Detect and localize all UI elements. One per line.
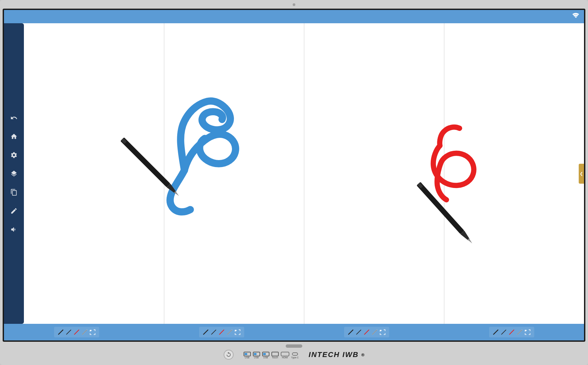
screen-container [3,9,585,342]
port-usb-2: USB [253,352,260,359]
port-touch: Touch [271,352,279,359]
pen-tool-15[interactable] [508,329,515,335]
brand-name: INTECH IWB [309,350,359,359]
svg-line-8 [58,330,63,334]
bottom-toolbar [4,324,584,340]
tool-group-3 [344,327,389,337]
svg-line-14 [211,330,216,334]
port-typec: Type-C [291,352,299,359]
content-area [4,23,584,324]
pen-tool-13[interactable] [492,329,499,335]
svg-marker-6 [468,238,473,244]
svg-rect-3 [121,138,127,144]
pen-tool-9[interactable] [347,329,354,335]
svg-line-15 [219,330,224,334]
screen [4,10,584,340]
svg-rect-29 [245,353,247,355]
svg-marker-1 [167,184,177,194]
port-usb-1: USB [244,352,251,359]
expand-tool-2[interactable] [234,329,241,335]
svg-rect-0 [120,137,171,187]
svg-line-23 [493,330,498,334]
pen-right [416,182,474,245]
top-bar [4,10,584,23]
blue-stroke-group [170,101,236,212]
tool-group-4 [489,327,534,337]
svg-rect-34 [272,352,278,356]
port-hdmi: HDMI [281,352,289,359]
svg-rect-4 [416,182,464,234]
pen-tool-14[interactable] [500,329,507,335]
port-icons: USB USB USB [244,352,299,359]
svg-line-17 [227,330,232,334]
refresh-button[interactable] [224,350,234,360]
svg-rect-7 [417,183,423,189]
svg-line-12 [82,330,87,334]
svg-rect-31 [254,353,257,355]
brand-logo-area: INTECH IWB ® [309,350,364,359]
svg-line-10 [74,330,79,334]
expand-tool-1[interactable] [89,329,96,335]
pen-tool-1[interactable] [57,329,64,335]
svg-rect-35 [292,353,298,355]
pen-tool-2[interactable] [65,329,72,335]
svg-line-19 [356,330,361,334]
pen-tool-12[interactable] [371,329,378,335]
tool-group-2 [199,327,244,337]
sidebar-item-copy[interactable] [8,186,20,198]
grid-line-2 [304,23,304,324]
svg-line-13 [203,330,208,334]
sidebar-item-settings[interactable] [8,149,20,161]
sidebar-item-home[interactable] [8,131,20,142]
svg-marker-2 [174,191,180,197]
svg-line-24 [501,330,506,334]
sidebar-item-volume[interactable] [8,224,20,235]
monitor-bezel-bottom: USB USB USB [3,342,585,365]
pen-tool-16[interactable] [516,329,523,335]
pen-tool-4[interactable] [81,329,88,335]
port-usb-3: USB [262,352,269,359]
pen-tool-7[interactable] [218,329,225,335]
red-stroke-group [433,127,474,200]
svg-marker-5 [460,230,471,241]
grid-line-3 [444,23,444,324]
sidebar-item-edit[interactable] [8,205,20,217]
svg-line-9 [66,330,71,334]
pen-tool-3[interactable] [73,329,80,335]
drawing-canvas [24,23,584,324]
svg-line-25 [509,330,514,334]
pen-tool-8[interactable] [226,329,233,335]
sidebar-item-layers[interactable] [8,168,20,180]
monitor: USB USB USB [0,0,588,365]
grid-line-1 [164,23,164,324]
pen-tool-5[interactable] [202,329,209,335]
sidebar-item-undo[interactable] [8,112,20,124]
svg-rect-33 [263,353,266,355]
svg-line-20 [364,330,369,334]
pen-tool-11[interactable] [363,329,370,335]
svg-line-18 [348,330,353,334]
collapse-handle[interactable] [579,164,584,184]
tool-group-1 [54,327,99,337]
svg-line-22 [372,330,377,334]
wifi-icon [572,12,580,22]
drawing-area [24,23,584,324]
expand-tool-4[interactable] [524,329,531,335]
pen-tool-6[interactable] [210,329,217,335]
expand-tool-3[interactable] [379,329,386,335]
pen-left [120,137,181,198]
svg-line-27 [517,330,522,334]
camera-dot [293,3,295,6]
pen-tool-10[interactable] [355,329,362,335]
sidebar [4,23,24,324]
grid-lines [24,23,584,324]
